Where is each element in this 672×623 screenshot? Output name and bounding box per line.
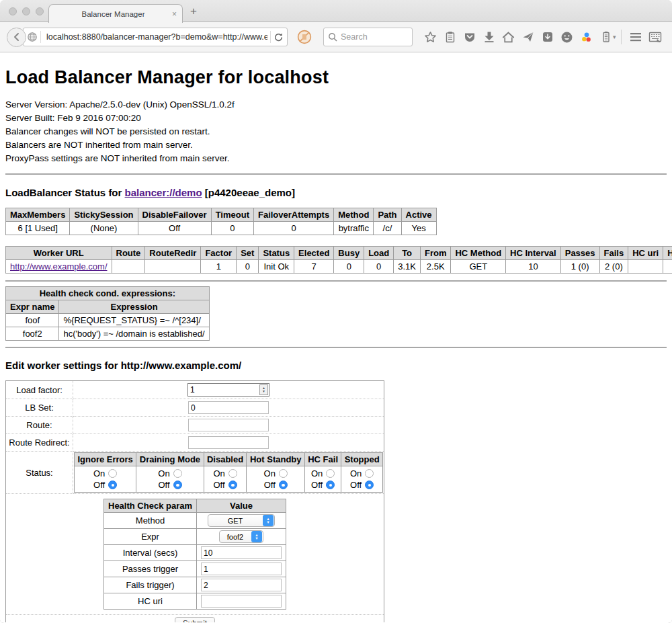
reading-list-button[interactable] [440, 28, 460, 47]
cell: /c/ [374, 222, 401, 235]
download-icon [483, 31, 495, 43]
hc-params-cell: Health Check param Value Method GET▲▼ Ex… [6, 494, 384, 615]
radio-off[interactable] [279, 481, 288, 489]
radio-off[interactable] [228, 481, 237, 489]
notes-icon [600, 31, 612, 43]
status-cell-ignore-errors: On Off [75, 466, 136, 493]
hc-uri-input[interactable] [201, 595, 282, 608]
radio-on[interactable] [108, 469, 117, 478]
close-window-button[interactable] [9, 7, 17, 15]
tab-close-icon[interactable]: × [172, 10, 177, 18]
send-icon [522, 31, 534, 43]
tab-balancer-manager[interactable]: Balancer Manager × [48, 4, 183, 23]
header-cell: HC Interval [506, 247, 561, 260]
new-tab-button[interactable]: + [190, 5, 197, 18]
navigation-toolbar: localhost:8880/balancer-manager?b=demo&w… [0, 22, 672, 52]
feedback-button[interactable] [557, 28, 577, 47]
radio-off[interactable] [108, 481, 117, 489]
header-cell: Draining Mode [136, 453, 204, 466]
table-header-row: Worker URL Route RouteRedir Factor Set S… [6, 247, 672, 260]
hc-row-passes: Passes trigger [104, 561, 286, 577]
radio-on[interactable] [365, 469, 374, 478]
balancer-link[interactable]: balancer://demo [125, 187, 202, 198]
back-button[interactable] [7, 28, 26, 47]
status-cell-stopped: On Off [341, 466, 383, 493]
radio-on[interactable] [279, 469, 288, 478]
radio-off[interactable] [365, 481, 374, 489]
zoom-window-button[interactable] [36, 7, 44, 15]
browser-window: Balancer Manager × + localhost:8880/bala… [0, 0, 672, 623]
header-cell: From [420, 247, 451, 260]
pocket-icon [464, 31, 476, 43]
hc-fails-input[interactable] [201, 579, 282, 591]
url-text[interactable]: localhost:8880/balancer-manager?b=demo&w… [44, 32, 267, 42]
page-title: Load Balancer Manager for localhost [5, 52, 667, 88]
home-icon [502, 31, 515, 44]
header-cell: DisableFailover [138, 208, 211, 222]
route-label: Route: [6, 417, 73, 434]
cell: foof2 [663, 260, 672, 274]
url-bar[interactable]: localhost:8880/balancer-manager?b=demo&w… [23, 28, 288, 46]
header-cell: Busy [334, 247, 364, 260]
worker-url-link[interactable]: http://www.example.com/ [10, 261, 108, 272]
tab-title: Balancer Manager [54, 10, 172, 18]
status-value-cell: Ignore Errors Draining Mode Disabled Hot… [73, 452, 384, 494]
hc-fails-label: Fails trigger) [104, 577, 197, 593]
pocket-button[interactable] [460, 28, 479, 47]
cell: 10 [506, 260, 561, 274]
hc-param-table: Health Check param Value Method GET▲▼ Ex… [103, 499, 286, 610]
load-factor-input-wrap: ▲▼ [187, 383, 269, 397]
header-cell: Route [112, 247, 145, 260]
hc-method-select[interactable]: GET▲▼ [208, 514, 275, 527]
header-cell: Stopped [341, 453, 383, 466]
cell: 0 [211, 222, 253, 235]
search-bar[interactable]: Search [323, 28, 413, 46]
caret-down-icon[interactable]: ▾ [613, 34, 616, 40]
server-info: Server Version: Apache/2.5.0-dev (Unix) … [5, 98, 667, 165]
load-factor-input[interactable] [188, 385, 259, 394]
hc-interval-input[interactable] [201, 546, 282, 559]
extension-button[interactable] [646, 28, 665, 47]
lb-set-value-cell [73, 399, 384, 417]
reload-icon[interactable] [274, 32, 284, 42]
route-redirect-input[interactable] [188, 436, 269, 449]
cell: 0 [364, 260, 394, 274]
submit-button[interactable]: Submit [175, 617, 215, 622]
header-cell: Ignore Errors [75, 453, 136, 466]
adblock-button[interactable] [294, 28, 314, 47]
home-button[interactable] [499, 28, 518, 47]
cell: 0 [334, 260, 364, 274]
radio-off[interactable] [326, 481, 335, 489]
cell: %{REQUEST_STATUS} =~ /^[234]/ [59, 314, 209, 327]
radio-off[interactable] [173, 481, 182, 489]
radio-on-label: On [158, 468, 169, 479]
radio-on-label: On [311, 468, 323, 479]
hc-expr-select[interactable]: foof2▲▼ [219, 530, 263, 543]
lb-set-input[interactable] [188, 401, 269, 414]
cell: 3.1K [394, 260, 421, 274]
header-cell: Worker URL [6, 247, 112, 260]
hc-passes-value-cell [197, 561, 286, 577]
cell: Init Ok [259, 260, 294, 274]
bookmark-star-button[interactable] [421, 28, 440, 47]
hc-method-label: Method [104, 513, 197, 529]
cell: bytraffic [334, 222, 374, 235]
minimize-window-button[interactable] [22, 7, 30, 15]
downloads-button[interactable] [479, 28, 499, 47]
panel-button[interactable] [538, 28, 557, 47]
cell: 0 [253, 222, 333, 235]
load-factor-value-cell: ▲▼ [73, 381, 384, 399]
header-cell: Set [237, 247, 259, 260]
radio-on[interactable] [173, 469, 182, 478]
radio-on[interactable] [326, 469, 335, 478]
share-button[interactable] [518, 28, 538, 47]
header-cell: Passes [560, 247, 599, 260]
themes-button[interactable] [577, 28, 596, 47]
header-cell: Path [374, 208, 401, 222]
number-stepper-icon[interactable]: ▲▼ [259, 384, 268, 395]
radio-on[interactable] [228, 469, 237, 478]
hc-passes-input[interactable] [201, 563, 282, 575]
menu-button[interactable] [626, 28, 646, 47]
header-cell: Disabled [204, 453, 247, 466]
route-input[interactable] [188, 419, 269, 431]
